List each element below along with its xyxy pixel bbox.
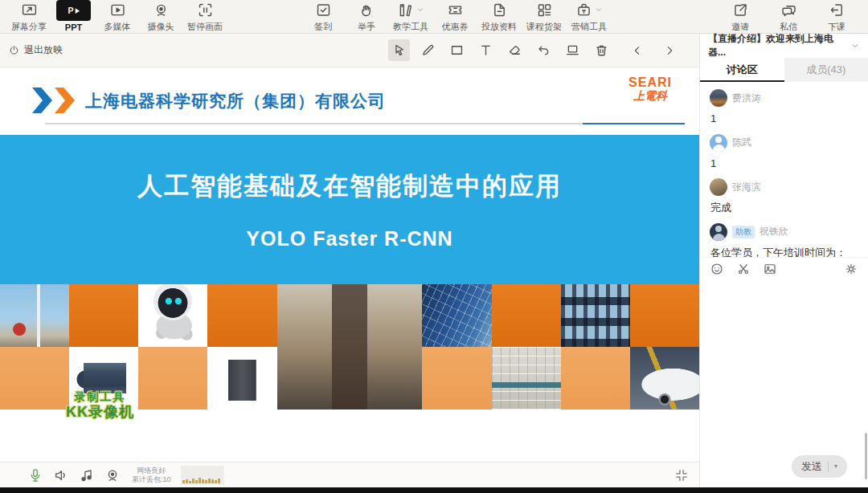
chat-message: 张海滨完成 <box>700 174 868 219</box>
building-photo <box>277 284 423 409</box>
toolbar-item-media[interactable]: 多媒体 <box>100 0 134 33</box>
toolbar-item-raise-hand[interactable]: 举手 <box>350 0 383 33</box>
screen-share-icon <box>21 2 38 18</box>
orange-tile-light <box>0 347 69 409</box>
pen-icon <box>420 43 436 58</box>
header-divider <box>45 123 685 124</box>
toolbar-item-label: PPT <box>65 22 82 32</box>
toolbar-item-screen-share[interactable]: 屏幕分享 <box>11 0 47 33</box>
send-options-icon[interactable]: ▾ <box>834 463 837 470</box>
draw-tool-eraser[interactable] <box>504 39 526 61</box>
coupon-icon <box>447 2 464 18</box>
toolbar-item-teaching-tools[interactable]: 教学工具 <box>393 0 428 33</box>
rectangle-icon <box>449 43 465 58</box>
toolbar-item-label: 投放资料 <box>481 21 517 33</box>
webcam-icon[interactable] <box>104 467 121 483</box>
check-in-icon <box>315 2 332 18</box>
live-intro-header[interactable]: 【直播介绍】欢迎来到上海电器... <box>700 34 868 58</box>
message-text: 各位学员，下午培训时间为：13:00-15:30。课程已经开始，请各位学员完成签… <box>710 245 858 258</box>
collapse-icon[interactable] <box>674 467 690 483</box>
toolbar-item-label: 下课 <box>828 21 845 33</box>
watermark-line2: KK录像机 <box>66 404 134 422</box>
drawing-toolbar <box>388 39 612 61</box>
music-icon[interactable] <box>79 467 95 483</box>
draw-tool-undo[interactable] <box>533 39 555 61</box>
toolbar-item-coupon[interactable]: 优惠券 <box>438 0 472 33</box>
send-button-label: 发送 <box>801 459 822 474</box>
message-text: 完成 <box>710 200 858 216</box>
avatar <box>710 178 727 196</box>
slide-next-button[interactable] <box>661 42 678 59</box>
screenshot-scissors-icon[interactable] <box>736 262 751 276</box>
toolbar-modes-group: 屏幕分享PPPT多媒体摄像头暂停画面 <box>11 0 223 33</box>
orange-tile-light <box>138 347 207 409</box>
draw-tool-cursor[interactable] <box>388 39 410 61</box>
chat-input[interactable] <box>700 280 868 452</box>
media-icon <box>109 2 126 18</box>
draw-tool-trash[interactable] <box>591 39 612 61</box>
toolbar-item-check-in[interactable]: 签到 <box>306 0 340 33</box>
draw-tool-pen[interactable] <box>417 39 439 61</box>
settings-gear-icon[interactable] <box>844 262 858 276</box>
send-button[interactable]: 发送 ▾ <box>792 455 847 478</box>
slide-prev-button[interactable] <box>628 42 646 59</box>
live-intro-title: 【直播介绍】欢迎来到上海电器... <box>708 32 850 59</box>
draw-tool-board[interactable] <box>562 39 583 61</box>
toolbar-item-label: 签到 <box>314 21 332 33</box>
recorder-watermark: 录制工具 KK录像机 <box>66 390 134 421</box>
exit-slideshow-button[interactable]: 退出放映 <box>8 43 63 57</box>
invite-icon <box>732 2 749 18</box>
toolbar-item-invite[interactable]: 邀请 <box>723 0 757 33</box>
chevron-down-icon[interactable] <box>850 41 860 51</box>
slide-subtitle: YOLO Faster R-CNN <box>246 227 452 251</box>
packet-loss-line: 累计丢包:10 <box>132 475 171 484</box>
orange-tile-light <box>422 347 491 409</box>
chat-input-toolbar <box>700 257 868 280</box>
toolbar-item-label: 教学工具 <box>393 21 428 33</box>
solar-panel-photo <box>422 284 491 347</box>
car-photo <box>630 347 699 409</box>
live-class-window: 屏幕分享PPPT多媒体摄像头暂停画面 签到举手教学工具优惠券投放资料课程货架营销… <box>0 0 868 493</box>
chat-message: 陈武1 <box>700 130 868 175</box>
chat-message: 助教祝铁欣各位学员，下午培训时间为：13:00-15:30。课程已经开始，请各位… <box>700 219 868 258</box>
avatar <box>710 134 727 152</box>
chat-message-list: 费洪涛1陈武1张海滨完成助教祝铁欣各位学员，下午培训时间为：13:00-15:3… <box>700 82 868 257</box>
speaker-icon[interactable] <box>53 467 69 483</box>
network-status-line: 网络良好 <box>132 467 171 475</box>
toolbar-item-pause-screen[interactable]: 暂停画面 <box>187 0 223 33</box>
message-text: 1 <box>710 156 858 172</box>
tab-discussion[interactable]: 讨论区 <box>700 58 784 82</box>
microphone-icon[interactable] <box>27 467 43 483</box>
direct-message-icon <box>780 2 797 18</box>
materials-icon <box>491 2 508 18</box>
toolbar-item-materials[interactable]: 投放资料 <box>481 0 517 33</box>
toolbar-item-marketing-tools[interactable]: 营销工具 <box>571 0 607 33</box>
assistant-badge: 助教 <box>732 226 755 238</box>
toolbar-item-label: 课程货架 <box>526 21 562 33</box>
raise-hand-icon <box>358 2 375 18</box>
toolbar-item-camera[interactable]: 摄像头 <box>144 0 178 33</box>
teaching-tools-icon <box>397 2 414 18</box>
cursor-icon <box>391 43 407 58</box>
toolbar-item-course-shelf[interactable]: 课程货架 <box>526 0 562 33</box>
slideshow-bar: 退出放映 <box>0 34 699 67</box>
toolbar-item-ppt[interactable]: PPPT <box>56 0 91 32</box>
draw-tool-text-tool[interactable] <box>475 39 497 61</box>
chamber-photo <box>492 347 561 409</box>
toolbar-item-direct-message[interactable]: 私信 <box>772 0 805 33</box>
chat-scrollbar[interactable] <box>865 433 867 479</box>
camera-icon <box>153 2 170 18</box>
tab-members[interactable]: 成员(43) <box>784 58 868 82</box>
toolbar-item-end-class[interactable]: 下课 <box>820 0 854 33</box>
draw-tool-rectangle[interactable] <box>446 39 468 61</box>
image-upload-icon[interactable] <box>763 262 777 276</box>
sidebar-tabs: 讨论区成员(43) <box>700 58 868 82</box>
sender-name: 祝铁欣 <box>760 225 788 238</box>
chevron-down-icon <box>416 6 424 14</box>
power-icon <box>8 44 20 56</box>
send-divider <box>828 462 829 472</box>
chat-message: 费洪涛1 <box>700 85 868 130</box>
toolbar-item-label: 邀请 <box>731 21 749 33</box>
emoji-icon[interactable] <box>710 262 724 276</box>
robot-photo <box>138 284 207 347</box>
